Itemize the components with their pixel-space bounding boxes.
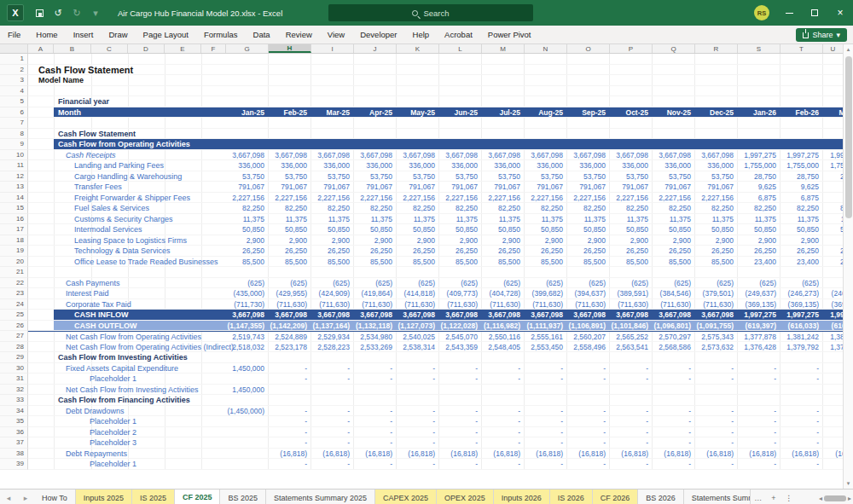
cell-Q23[interactable]: (384,546): [653, 288, 695, 298]
cell-J36[interactable]: -: [354, 427, 397, 437]
cell-P12[interactable]: 53,750: [610, 171, 653, 182]
cell-Q17[interactable]: 50,850: [653, 224, 695, 235]
row-label-28[interactable]: Net Cash Flow from Operating Activities …: [28, 342, 226, 352]
cell-P20[interactable]: 85,500: [610, 257, 653, 267]
cell-N4[interactable]: [525, 86, 567, 96]
row-label-15[interactable]: Fuel Sales & Services: [28, 203, 226, 213]
row-header-12[interactable]: 12: [0, 171, 28, 182]
cell-P19[interactable]: 26,250: [610, 246, 653, 256]
cell-P9[interactable]: [610, 139, 653, 149]
cell-I11[interactable]: 336,000: [311, 160, 354, 171]
cell-R3[interactable]: [695, 75, 738, 85]
col-header-K[interactable]: K: [397, 44, 439, 53]
cell-H35[interactable]: -: [269, 416, 311, 426]
share-button[interactable]: Share ▾: [796, 28, 847, 42]
cell-J35[interactable]: -: [354, 416, 397, 426]
cell-M11[interactable]: 336,000: [482, 160, 525, 171]
cell-Q37[interactable]: -: [653, 437, 695, 448]
cell-M3[interactable]: [482, 75, 525, 85]
cell-I6[interactable]: Mar-25: [311, 107, 354, 118]
cell-U21[interactable]: [823, 267, 843, 277]
cell-S5[interactable]: [738, 96, 780, 107]
row-header-27[interactable]: 27: [0, 331, 28, 342]
cell-J19[interactable]: 26,250: [354, 246, 397, 256]
cell-R12[interactable]: 53,750: [695, 171, 738, 182]
cell-M35[interactable]: -: [482, 416, 525, 426]
cell-G25[interactable]: 3,667,098: [226, 310, 269, 320]
cell-S37[interactable]: -: [738, 437, 780, 448]
cell-H12[interactable]: 53,750: [269, 171, 311, 182]
cell-S38[interactable]: (16,818): [738, 449, 780, 459]
cell-S24[interactable]: (369,135): [738, 299, 780, 310]
sheet-tab-bs-2025[interactable]: BS 2025: [220, 490, 266, 504]
cell-I29[interactable]: [311, 352, 354, 362]
cell-K8[interactable]: [397, 129, 439, 139]
cell-R26[interactable]: (1,091,755): [695, 321, 738, 331]
cell-Q29[interactable]: [653, 352, 695, 362]
cell-J12[interactable]: 53,750: [354, 171, 397, 182]
cell-I28[interactable]: 2,528,223: [311, 342, 354, 352]
cell-N36[interactable]: -: [525, 427, 567, 437]
cell-L33[interactable]: [439, 395, 482, 405]
sheet-nav-next[interactable]: ▸: [17, 490, 34, 504]
cell-I34[interactable]: -: [311, 406, 354, 416]
cell-T34[interactable]: -: [780, 406, 823, 416]
cell-L38[interactable]: (16,818): [439, 449, 482, 459]
cell-N21[interactable]: [525, 267, 567, 277]
cell-R8[interactable]: [695, 129, 738, 139]
cell-O19[interactable]: 26,250: [567, 246, 610, 256]
cell-Q22[interactable]: (625): [653, 278, 695, 288]
cell-N28[interactable]: 2,553,450: [525, 342, 567, 352]
cell-U26[interactable]: (616,033): [823, 321, 843, 331]
cell-K38[interactable]: (16,818): [397, 449, 439, 459]
cell-M29[interactable]: [482, 352, 525, 362]
cell-Q35[interactable]: -: [653, 416, 695, 426]
cell-L16[interactable]: 11,375: [439, 214, 482, 224]
cell-L37[interactable]: -: [439, 437, 482, 448]
cell-G31[interactable]: [226, 374, 269, 384]
cell-K1[interactable]: [397, 54, 439, 64]
cell-Q36[interactable]: -: [653, 427, 695, 437]
cell-O23[interactable]: (394,637): [567, 288, 610, 298]
cell-O21[interactable]: [567, 267, 610, 277]
row-header-4[interactable]: 4: [0, 86, 28, 97]
cell-S28[interactable]: 1,376,428: [738, 342, 780, 352]
row-header-36[interactable]: 36: [0, 427, 28, 438]
cell-O2[interactable]: [567, 65, 610, 75]
cell-L17[interactable]: 50,850: [439, 224, 482, 235]
cell-R37[interactable]: -: [695, 437, 738, 448]
row-label-34[interactable]: Debt Drawdowns: [28, 406, 226, 416]
cell-N25[interactable]: 3,667,098: [525, 310, 567, 320]
cell-H26[interactable]: (1,142,209): [269, 321, 311, 331]
cell-T12[interactable]: 28,750: [780, 171, 823, 182]
cell-G20[interactable]: 85,500: [226, 257, 269, 267]
cell-I19[interactable]: 26,250: [311, 246, 354, 256]
sheet-tab-cf-2026[interactable]: CF 2026: [593, 490, 639, 504]
sheet-tab-is-2025[interactable]: IS 2025: [132, 490, 175, 504]
cell-O17[interactable]: 50,850: [567, 224, 610, 235]
row-header-17[interactable]: 17: [0, 224, 28, 235]
cell-O36[interactable]: -: [567, 427, 610, 437]
sheet-tab-statements-summa[interactable]: Statements Summa: [684, 490, 751, 504]
cell-M25[interactable]: 3,667,098: [482, 310, 525, 320]
cell-S15[interactable]: 82,250: [738, 203, 780, 213]
cell-U12[interactable]: 28,750: [823, 171, 843, 182]
row-label-21[interactable]: [28, 267, 226, 277]
cell-P4[interactable]: [610, 86, 653, 96]
cell-K10[interactable]: 3,667,098: [397, 150, 439, 160]
cell-G3[interactable]: [226, 75, 269, 85]
cell-P18[interactable]: 2,900: [610, 235, 653, 246]
cell-N34[interactable]: -: [525, 406, 567, 416]
cell-M21[interactable]: [482, 267, 525, 277]
row-header-37[interactable]: 37: [0, 437, 28, 449]
sheet-tab-how-to[interactable]: How To: [34, 490, 76, 504]
cell-M8[interactable]: [482, 129, 525, 139]
cell-O3[interactable]: [567, 75, 610, 85]
cell-O28[interactable]: 2,558,496: [567, 342, 610, 352]
cell-R34[interactable]: -: [695, 406, 738, 416]
cell-H24[interactable]: (711,630): [269, 299, 311, 310]
cell-Q6[interactable]: Nov-25: [653, 107, 695, 118]
row-header-23[interactable]: 23: [0, 288, 28, 299]
cell-N20[interactable]: 85,500: [525, 257, 567, 267]
cell-R25[interactable]: 3,667,098: [695, 310, 738, 320]
